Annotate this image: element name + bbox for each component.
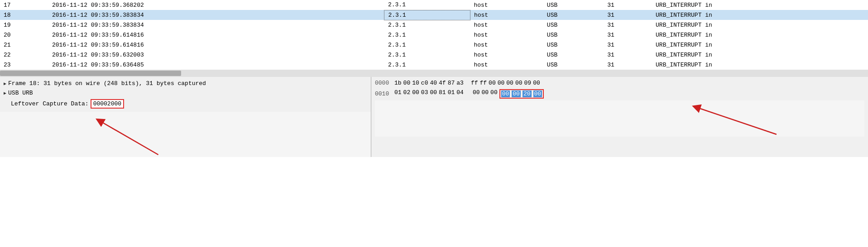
packet-list: 172016-11-12 09:33:59.3682022.3.1hostUSB… [0,0,868,77]
frame-tree-item[interactable]: ▶ Frame 18: 31 bytes on wire (248 bits),… [0,79,371,88]
table-cell: 2016-11-12 09:33:59.632003 [48,50,384,60]
table-cell: 31 [604,20,652,30]
table-cell: 23 [0,60,48,70]
hex-byte: 00 [506,80,513,86]
hex-content: 00001b0010c0404f87a3ffff0000000009000010… [375,79,864,100]
table-row[interactable]: 202016-11-12 09:33:59.6148162.3.1hostUSB… [0,30,868,40]
left-arrow-area [0,112,371,157]
table-cell: USB [543,60,604,70]
table-cell: USB [543,0,604,10]
hex-byte: 10 [412,80,419,86]
hex-offset: 0000 [375,80,391,86]
hex-byte-highlighted: 00 [501,90,510,97]
hex-byte: 00 [533,80,540,86]
table-cell: URB_INTERRUPT in [652,40,868,50]
hex-byte: 00 [490,89,498,99]
table-cell: 21 [0,40,48,50]
table-cell: USB [543,10,604,20]
hex-byte: 00 [498,80,505,86]
table-cell: 31 [604,10,652,20]
table-cell: host [470,0,543,10]
table-row[interactable]: 182016-11-12 09:33:59.3838342.3.1hostUSB… [0,10,868,20]
frame-item-label: Frame 18: 31 bytes on wire (248 bits), 3… [8,80,206,87]
hex-byte: 00 [481,89,489,99]
hex-byte: 40 [430,80,437,86]
table-cell: URB_INTERRUPT in [652,20,868,30]
table-cell: URB_INTERRUPT in [652,30,868,40]
table-row[interactable]: 172016-11-12 09:33:59.3682022.3.1hostUSB… [0,0,868,10]
table-cell: 2016-11-12 09:33:59.614816 [48,30,384,40]
table-cell: USB [543,40,604,50]
table-row[interactable]: 212016-11-12 09:33:59.6148162.3.1hostUSB… [0,40,868,50]
table-row[interactable]: 192016-11-12 09:33:59.3838342.3.1hostUSB… [0,20,868,30]
table-cell: 18 [0,10,48,20]
hex-byte: ff [471,80,478,86]
hex-bytes-row1: 01 02 00 03 00 81 01 0400 00 00 00 00 20… [394,89,544,99]
usb-tree-item[interactable]: ▶ USB URB [0,88,371,98]
hex-byte: 00 [489,80,496,86]
packet-table: 172016-11-12 09:33:59.3682022.3.1hostUSB… [0,0,868,70]
table-cell: URB_INTERRUPT in [652,0,868,10]
hex-byte: 00 [403,80,411,86]
table-row[interactable]: 222016-11-12 09:33:59.6320032.3.1hostUSB… [0,50,868,60]
hex-byte: 03 [421,89,428,99]
hex-byte: 4f [439,80,446,86]
table-cell: 31 [604,60,652,70]
table-cell: 2016-11-12 09:33:59.383834 [48,10,384,20]
table-cell: host [470,40,543,50]
table-cell: 31 [604,0,652,10]
svg-line-1 [696,107,776,134]
hex-byte: ff [480,80,487,86]
hex-row-0000: 00001b0010c0404f87a3ffff000000000900 [375,79,864,87]
hex-byte-highlighted: 00 [533,90,542,97]
leftover-value: 00002000 [91,99,124,109]
horizontal-scrollbar[interactable] [0,70,868,77]
leftover-label: Leftover Capture Data: [11,100,89,107]
table-cell: USB [543,20,604,30]
table-cell: URB_INTERRUPT in [652,10,868,20]
table-cell: 22 [0,50,48,60]
table-cell: 2.3.1 [384,50,470,60]
hex-byte-highlighted: 20 [523,90,532,97]
table-cell: host [470,60,543,70]
table-cell: 2016-11-12 09:33:59.614816 [48,40,384,50]
left-arrow-svg [0,112,371,157]
hex-row-0010: 001001 02 00 03 00 81 01 0400 00 00 00 0… [375,88,864,100]
table-cell: URB_INTERRUPT in [652,60,868,70]
table-row[interactable]: 232016-11-12 09:33:59.6364852.3.1hostUSB… [0,60,868,70]
scrollbar-thumb[interactable] [0,71,181,76]
table-cell: 2016-11-12 09:33:59.368202 [48,0,384,10]
left-detail-panel: ▶ Frame 18: 31 bytes on wire (248 bits),… [0,77,371,157]
hex-byte: 00 [473,89,480,99]
table-cell: host [470,10,543,20]
hex-byte: c0 [421,80,428,86]
table-cell: 2016-11-12 09:33:59.636485 [48,60,384,70]
hex-offset: 0010 [375,90,391,97]
table-cell: URB_INTERRUPT in [652,50,868,60]
hex-byte: 00 [412,89,419,99]
table-cell: 2.3.1 [384,60,470,70]
hex-byte: 09 [524,80,532,86]
right-arrow-area [375,100,864,137]
table-cell: host [470,30,543,40]
right-hex-panel: 00001b0010c0404f87a3ffff0000000009000010… [371,77,868,157]
table-cell: 19 [0,20,48,30]
hex-byte: 1b [394,80,402,86]
table-cell: 2.3.1 [384,0,470,10]
hex-highlighted-bytes: 00 00 20 00 [499,89,544,99]
table-cell: 2016-11-12 09:33:59.383834 [48,20,384,30]
usb-item-label: USB URB [8,90,33,96]
hex-byte: 04 [456,89,464,99]
table-cell: USB [543,50,604,60]
bottom-content: ▶ Frame 18: 31 bytes on wire (248 bits),… [0,77,868,157]
table-cell: 31 [604,30,652,40]
bottom-wrapper: ▶ Frame 18: 31 bytes on wire (248 bits),… [0,77,868,157]
hex-byte: 01 [448,89,455,99]
hex-byte: 01 [394,89,402,99]
table-cell: USB [543,30,604,40]
table-cell: 2.3.1 [384,20,470,30]
hex-byte: 02 [403,89,411,99]
table-cell: host [470,50,543,60]
table-cell: 2.3.1 [384,30,470,40]
hex-byte: 00 [430,89,437,99]
